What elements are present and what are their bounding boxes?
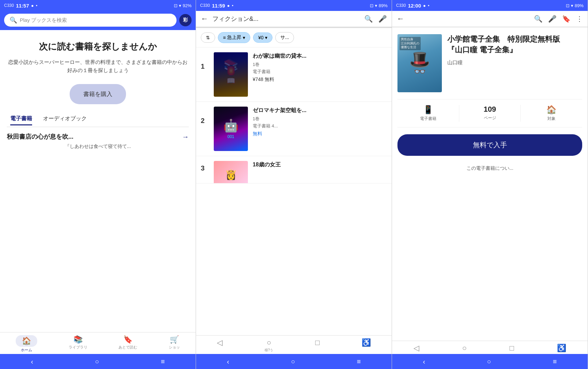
nav-square-2[interactable]: □ (315, 338, 320, 353)
search-icon-3[interactable]: 🔍 (534, 15, 543, 23)
book-item-3[interactable]: 3 👸 18歳の女王 (196, 156, 392, 183)
status-bar-3: C330 12:00 ● • ⊡ ▾ 89% (392, 0, 588, 11)
mic-icon-2[interactable]: 🎤 (378, 15, 387, 23)
rank-1: 1 (201, 63, 209, 70)
sys-home-2[interactable]: ○ (291, 358, 295, 366)
sys-nav-3: ‹ ○ ≡ (392, 354, 588, 369)
back-icon-3: ◁ (414, 344, 419, 353)
library-icon: 📚 (73, 335, 83, 344)
nav-circle-3[interactable]: ○ (462, 344, 466, 353)
book-item-2[interactable]: 2 🤖 001 ゼロマキナ架空蛆を... 1巻 電子書籍 4... 無料 (196, 102, 392, 156)
sys-back-2[interactable]: ‹ (227, 358, 229, 366)
battery-level-2: 89% (379, 3, 388, 8)
sys-home-3[interactable]: ○ (487, 358, 491, 366)
square-icon-2: □ (315, 338, 320, 347)
book-detail-info: 小学館電子全集 特別限定無料版 『山口瞳 電子全集』 山口瞳 (447, 34, 582, 92)
bottom-detail-link[interactable]: この電子書籍につい... (392, 163, 588, 174)
rank-2: 2 (201, 117, 209, 125)
dot-3: • (428, 3, 430, 8)
book-cover-art-2: 🤖 001 (214, 107, 248, 151)
rank-3: 3 (201, 164, 209, 172)
section-arrow[interactable]: → (182, 133, 189, 141)
nav-shop-label: ショッ (169, 345, 180, 350)
book-price-2: 無料 (253, 130, 387, 137)
sys-back-3[interactable]: ‹ (423, 358, 425, 366)
nav-home[interactable]: 🏠 ホーム (16, 335, 37, 353)
user-avatar-1[interactable]: 彩 (179, 14, 192, 26)
stat-pages: 109 ページ (459, 105, 521, 122)
nav-shop[interactable]: 🛒 ショッ (169, 335, 180, 353)
app-name-3: C330 (396, 3, 406, 8)
more-icon-3[interactable]: ⋮ (576, 15, 583, 23)
bottom-nav-1: 🏠 ホーム 📚 ライブラリ 🔖 あとで読む 🛒 ショッ (0, 332, 196, 354)
qr-icon: ⊡ (174, 3, 178, 8)
buy-books-button[interactable]: 書籍を購入 (70, 84, 126, 104)
sys-menu-2[interactable]: ≡ (357, 358, 361, 366)
nav-home-label: ホーム (21, 347, 32, 353)
book-title-3: 18歳の女王 (253, 161, 387, 168)
nav-square-3[interactable]: □ (509, 344, 514, 353)
back-button-2[interactable]: ← (201, 14, 208, 23)
filter-trending-btn[interactable]: ≡ 急上昇 ▾ (218, 32, 250, 43)
nav-back-3[interactable]: ◁ (414, 344, 419, 353)
book-list: 1 🏮 📖 わが家は幽世の貸本... 1巻 電子書籍 ¥748 無料 2 (196, 47, 392, 335)
filter-price-label: ¥0 (258, 35, 264, 40)
wifi-icon: ▾ (179, 3, 181, 8)
nav-circle-2[interactable]: ○ 様?う (265, 338, 274, 353)
tab-divider (7, 127, 189, 127)
sys-menu-1[interactable]: ≡ (161, 358, 165, 366)
battery-level-1: 92% (183, 3, 192, 8)
status-left-3: C330 12:00 ● • (396, 3, 429, 9)
sys-menu-3[interactable]: ≡ (553, 358, 557, 366)
nav-acc-2[interactable]: ♿ (362, 338, 371, 353)
book-volume-2: 1巻 (253, 115, 387, 123)
section-sub-1: 『しあわせは食べて寝て待て... (65, 144, 131, 150)
filter-sort-btn[interactable]: ⇅ (201, 32, 215, 43)
nav-acc-3[interactable]: ♿ (557, 344, 566, 353)
topbar-icons-2: 🔍 🎤 (364, 15, 387, 23)
time-3: 12:00 (408, 3, 421, 9)
search-icon-2[interactable]: 🔍 (364, 15, 373, 23)
search-box-1[interactable]: 🔍 Play ブックスを検索 (4, 14, 177, 27)
book-volume-1: 1巻 (253, 61, 387, 68)
book-stats: 📱 電子書籍 109 ページ 🏠 対象 (397, 99, 582, 127)
tab-audiobook[interactable]: オーディオブック (43, 115, 87, 125)
bookmark-icon-3[interactable]: 🔖 (562, 15, 571, 23)
nav-back-2[interactable]: ◁ (217, 338, 223, 353)
book-item-1[interactable]: 1 🏮 📖 わが家は幽世の貸本... 1巻 電子書籍 ¥748 無料 (196, 47, 392, 102)
sys-back-1[interactable]: ‹ (31, 358, 33, 366)
book-price-1: ¥748 無料 (253, 76, 387, 83)
sys-home-1[interactable]: ○ (95, 358, 99, 366)
battery-level-3: 89% (575, 3, 584, 8)
content-tabs: 電子書籍 オーディオブック (7, 115, 87, 125)
tab-ebook[interactable]: 電子書籍 (10, 115, 32, 125)
book-title-2: ゼロマキナ架空蛆を... (253, 107, 387, 114)
mic-icon-3[interactable]: 🎤 (548, 15, 557, 23)
nav-readlater[interactable]: 🔖 あとで読む (118, 335, 137, 353)
status-left-2: C330 11:59 ● • (200, 3, 233, 9)
stat-ebook-label: 電子書籍 (420, 116, 436, 122)
panel3-content: 男性自身江分利満氏の優雅な生活 小学館電子全集 特別限定無料版 『山口瞳 電子全… (392, 27, 588, 341)
sys-nav-1: ‹ ○ ≡ (0, 354, 196, 369)
dot-2: • (232, 3, 234, 8)
ebook-icon: 📱 (423, 105, 433, 114)
filter-sa-btn[interactable]: サ... (275, 32, 294, 43)
nav-library[interactable]: 📚 ライブラリ (69, 335, 87, 353)
nav-readlater-label: あとで読む (118, 345, 137, 350)
chevron-down-icon-2: ▾ (265, 35, 267, 40)
get-free-button[interactable]: 無料で入手 (397, 134, 582, 156)
qr-icon-2: ⊡ (370, 3, 374, 8)
status-right-2: ⊡ ▾ 89% (370, 3, 388, 8)
target-icon: 🏠 (546, 105, 557, 114)
topbar-3: ← 🔍 🎤 🔖 ⋮ (392, 11, 588, 27)
status-left-1: C330 11:57 ● • (4, 3, 37, 9)
panel1-main-content: 次に読む書籍を探しませんか 恋愛小説からスーパーヒーロー、世界の料理まで、さまざ… (0, 30, 196, 332)
back-button-3[interactable]: ← (397, 14, 404, 23)
stat-target-label: 対象 (547, 116, 556, 122)
sub-text-1: 恋愛小説からスーパーヒーロー、世界の料理まで、さまざまな書籍の中からお好みの１冊… (7, 58, 189, 74)
stat-ebook: 📱 電子書籍 (397, 105, 459, 122)
book-cover-2: 🤖 001 (214, 107, 248, 151)
status-right-3: ⊡ ▾ 89% (566, 3, 584, 8)
circle-icon-3: ○ (462, 344, 466, 353)
filter-price-btn[interactable]: ¥0 ▾ (253, 32, 272, 43)
